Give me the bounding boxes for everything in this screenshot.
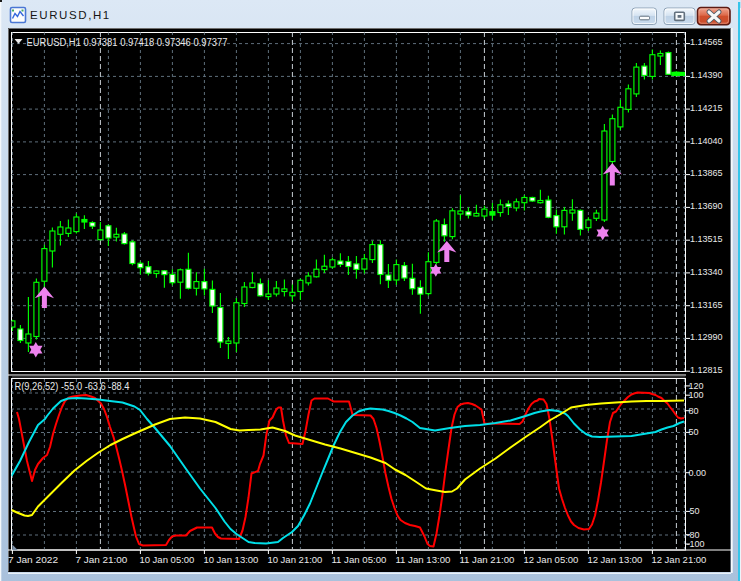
svg-text:11 Jan 13:00: 11 Jan 13:00 bbox=[395, 554, 450, 565]
svg-text:1.14040: 1.14040 bbox=[690, 136, 723, 146]
svg-text:10 Jan 05:00: 10 Jan 05:00 bbox=[139, 554, 194, 565]
svg-text:1.13515: 1.13515 bbox=[690, 234, 723, 244]
svg-text:-100: -100 bbox=[687, 539, 705, 549]
svg-text:1.14215: 1.14215 bbox=[690, 103, 723, 113]
svg-text:10 Jan 21:00: 10 Jan 21:00 bbox=[267, 554, 322, 565]
svg-text:1.13690: 1.13690 bbox=[690, 201, 723, 211]
svg-text:EURUSD,H1: EURUSD,H1 bbox=[30, 9, 111, 21]
svg-text:12 Jan 21:00: 12 Jan 21:00 bbox=[651, 554, 706, 565]
svg-text:7 Jan 2022: 7 Jan 2022 bbox=[8, 554, 58, 565]
svg-text:100: 100 bbox=[689, 390, 704, 400]
svg-text:1.14565: 1.14565 bbox=[690, 37, 723, 47]
svg-text:-50: -50 bbox=[687, 506, 700, 516]
svg-text:1.12990: 1.12990 bbox=[690, 332, 723, 342]
svg-text:12 Jan 05:00: 12 Jan 05:00 bbox=[523, 554, 578, 565]
svg-text:1.13165: 1.13165 bbox=[690, 300, 723, 310]
svg-text:7 Jan 21:00: 7 Jan 21:00 bbox=[75, 554, 127, 565]
svg-text:0.00: 0.00 bbox=[689, 468, 707, 478]
svg-text:11 Jan 21:00: 11 Jan 21:00 bbox=[459, 554, 514, 565]
svg-text:80: 80 bbox=[689, 406, 699, 416]
svg-text:1.14390: 1.14390 bbox=[690, 70, 723, 80]
svg-text:10 Jan 13:00: 10 Jan 13:00 bbox=[203, 554, 258, 565]
svg-text:50: 50 bbox=[689, 427, 699, 437]
svg-text:1.13865: 1.13865 bbox=[690, 168, 723, 178]
svg-text:R(9,26,52) -55.0 -63.6 -88.4: R(9,26,52) -55.0 -63.6 -88.4 bbox=[15, 381, 130, 392]
svg-text:12 Jan 13:00: 12 Jan 13:00 bbox=[587, 554, 642, 565]
svg-text:EURUSD,H1 0.97381 0.97418 0.9: EURUSD,H1 0.97381 0.97418 0.97346 0.9737… bbox=[27, 37, 228, 48]
svg-text:1.12815: 1.12815 bbox=[690, 365, 723, 375]
svg-text:11 Jan 05:00: 11 Jan 05:00 bbox=[331, 554, 386, 565]
svg-text:1.13340: 1.13340 bbox=[690, 267, 723, 277]
